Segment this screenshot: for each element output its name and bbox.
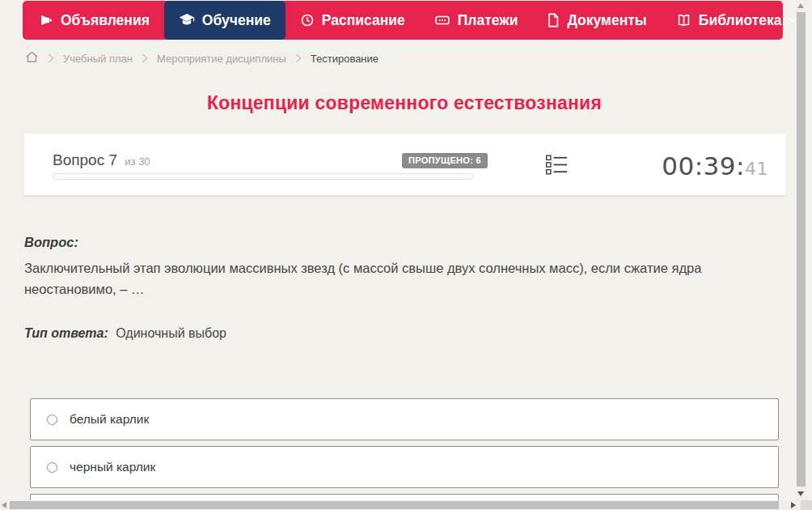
scroll-up-arrow-icon[interactable] xyxy=(797,3,804,8)
question-text: Заключительный этап эволюции массивных з… xyxy=(24,257,752,300)
banknote-icon xyxy=(434,13,450,28)
nav-item-library[interactable]: Библиотека xyxy=(662,1,812,40)
answer-option-white-dwarf[interactable]: белый карлик xyxy=(30,398,779,440)
chevron-separator-icon xyxy=(48,53,54,63)
radio-button[interactable] xyxy=(47,414,57,425)
question-total: из 30 xyxy=(125,155,150,168)
question-progress-heading: Вопрос 7 из 30 xyxy=(53,151,150,169)
question-block: Вопрос: Заключительный этап эволюции мас… xyxy=(24,235,752,300)
nav-item-documents[interactable]: Документы xyxy=(532,1,661,40)
answer-option-label: белый карлик xyxy=(70,412,149,427)
nav-item-label: Обучение xyxy=(202,12,271,29)
scrollbar-corner xyxy=(801,500,812,510)
document-icon xyxy=(547,13,560,28)
graduation-cap-icon xyxy=(179,13,195,28)
nav-item-schedule[interactable]: Расписание xyxy=(285,1,420,40)
home-icon[interactable] xyxy=(25,50,39,66)
answer-option-black-dwarf[interactable]: черный карлик xyxy=(30,446,779,488)
vertical-scrollbar-thumb[interactable] xyxy=(797,12,806,487)
answer-type-value: Одиночный выбор xyxy=(116,326,226,340)
scroll-down-arrow-icon[interactable] xyxy=(797,491,804,496)
nav-item-label: Документы xyxy=(567,12,646,29)
page-title: Концепции современного естествознания xyxy=(0,92,809,114)
question-number: Вопрос 7 xyxy=(53,151,117,168)
page: Объявления Обучение Расписание Платежи Д… xyxy=(0,0,812,510)
scroll-left-arrow-icon[interactable] xyxy=(2,502,6,508)
nav-item-announcements[interactable]: Объявления xyxy=(24,1,164,40)
chevron-separator-icon xyxy=(142,53,148,63)
horizontal-scrollbar[interactable] xyxy=(0,500,801,510)
nav-item-label: Объявления xyxy=(61,12,150,29)
clock-icon xyxy=(300,13,315,28)
breadcrumb-item-testing: Тестирование xyxy=(311,53,379,65)
main-navbar: Объявления Обучение Расписание Платежи Д… xyxy=(23,1,783,40)
quiz-status-panel: Вопрос 7 из 30 ПРОПУЩЕНО: 6 00:39:41 xyxy=(24,134,785,196)
quiz-progressbar xyxy=(53,173,474,180)
scroll-right-arrow-icon[interactable] xyxy=(791,502,796,508)
nav-item-learning[interactable]: Обучение xyxy=(164,1,285,40)
skipped-badge: ПРОПУЩЕНО: 6 xyxy=(402,153,488,168)
answer-type-row: Тип ответа: Одиночный выбор xyxy=(24,326,226,341)
question-list-icon[interactable] xyxy=(546,155,568,175)
nav-item-label: Расписание xyxy=(322,12,405,29)
horizontal-scrollbar-thumb[interactable] xyxy=(10,501,779,509)
question-label: Вопрос: xyxy=(24,235,752,250)
megaphone-icon xyxy=(39,13,53,28)
answer-type-label: Тип ответа: xyxy=(24,326,108,340)
breadcrumb-item-discipline-event[interactable]: Мероприятие дисциплины xyxy=(157,53,286,65)
radio-button[interactable] xyxy=(47,462,57,473)
answer-option-label: черный карлик xyxy=(70,460,155,474)
nav-item-label: Платежи xyxy=(458,12,518,29)
breadcrumb: Учебный план Мероприятие дисциплины Тест… xyxy=(25,50,379,66)
nav-item-label: Библиотека xyxy=(699,12,782,29)
breadcrumb-item-curriculum[interactable]: Учебный план xyxy=(63,53,133,65)
timer-seconds: 41 xyxy=(745,159,768,179)
vertical-scrollbar[interactable] xyxy=(796,0,806,500)
nav-item-payments[interactable]: Платежи xyxy=(420,1,533,40)
chevron-separator-icon xyxy=(295,53,302,63)
timer-hours-minutes: 00:39: xyxy=(662,151,745,181)
countdown-timer: 00:39:41 xyxy=(662,151,768,181)
open-book-icon xyxy=(676,13,691,28)
